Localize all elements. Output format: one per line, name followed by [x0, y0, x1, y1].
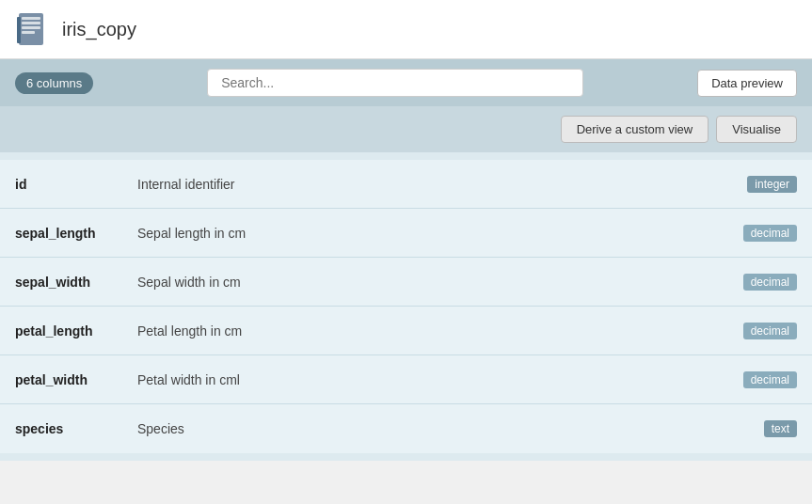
visualise-button[interactable]: Visualise [716, 116, 797, 143]
field-name: sepal_length [15, 226, 137, 241]
field-description: Petal length in cm [137, 323, 242, 339]
field-description: Sepal width in cm [137, 275, 241, 290]
data-preview-button[interactable]: Data preview [697, 70, 797, 97]
derive-custom-view-button[interactable]: Derive a custom view [561, 116, 709, 143]
type-badge: decimal [743, 225, 797, 242]
fields-list: idInternal identifierintegersepal_length… [0, 152, 812, 461]
field-description: Species [137, 421, 184, 436]
table-row: sepal_lengthSepal length in cmdecimal [0, 209, 812, 258]
table-row: petal_lengthPetal length in cmdecimal [0, 307, 812, 355]
type-badge: decimal [743, 323, 797, 339]
type-badge: text [764, 420, 797, 437]
columns-badge: 6 columns [15, 72, 93, 94]
svg-rect-5 [17, 17, 21, 43]
toolbar: 6 columns Data preview [0, 59, 812, 106]
page-title: iris_copy [62, 19, 136, 40]
field-name: petal_width [15, 372, 137, 387]
svg-rect-2 [22, 22, 40, 24]
type-badge: decimal [743, 371, 797, 388]
page-header: iris_copy [0, 0, 812, 59]
svg-rect-3 [22, 26, 40, 29]
field-name: sepal_width [15, 275, 137, 290]
search-input[interactable] [207, 69, 583, 97]
field-name: petal_length [15, 323, 137, 339]
table-row: petal_widthPetal width in cmldecimal [0, 355, 812, 404]
search-container [104, 69, 686, 97]
action-toolbar: Derive a custom view Visualise [0, 106, 812, 152]
dataset-icon [15, 11, 51, 47]
table-row: sepal_widthSepal width in cmdecimal [0, 258, 812, 307]
svg-rect-4 [22, 31, 35, 34]
svg-rect-1 [22, 17, 40, 20]
field-description: Petal width in cml [137, 372, 240, 387]
table-row: idInternal identifierinteger [0, 160, 812, 209]
field-description: Sepal length in cm [137, 226, 246, 241]
type-badge: integer [747, 176, 797, 193]
field-name: species [15, 421, 137, 436]
table-row: speciesSpeciestext [0, 404, 812, 453]
field-name: id [15, 177, 137, 192]
field-description: Internal identifier [137, 177, 235, 192]
type-badge: decimal [743, 274, 797, 291]
